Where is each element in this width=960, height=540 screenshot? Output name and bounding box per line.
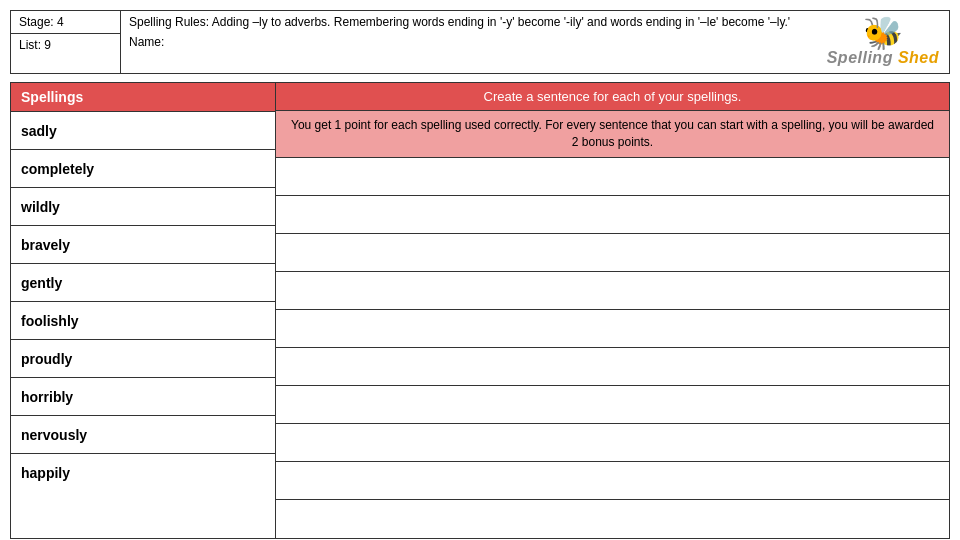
header-left: Stage: 4 List: 9 — [11, 11, 121, 73]
logo-bee-icon: 🐝 — [863, 17, 903, 49]
spelling-word-3: wildly — [11, 188, 275, 226]
spelling-word-4: bravely — [11, 226, 275, 264]
sentence-row-7[interactable] — [276, 386, 949, 424]
sentence-row-4[interactable] — [276, 272, 949, 310]
name-label: Name: — [129, 35, 809, 49]
spellings-column: Spellings sadly completely wildly bravel… — [11, 83, 276, 538]
sentence-row-8[interactable] — [276, 424, 949, 462]
spelling-word-2: completely — [11, 150, 275, 188]
spelling-word-7: proudly — [11, 340, 275, 378]
sentence-row-10[interactable] — [276, 500, 949, 538]
logo-shed: Shed — [898, 49, 939, 66]
spelling-word-6: foolishly — [11, 302, 275, 340]
spelling-word-9: nervously — [11, 416, 275, 454]
sentence-row-1[interactable] — [276, 158, 949, 196]
rule-text: Spelling Rules: Adding –ly to adverbs. R… — [129, 15, 809, 29]
logo-text: Spelling Shed — [827, 49, 939, 67]
spelling-word-10: happily — [11, 454, 275, 492]
stage-label: Stage: 4 — [11, 11, 120, 34]
logo-spelling: Spelling — [827, 49, 893, 66]
sentence-row-6[interactable] — [276, 348, 949, 386]
header-section: Stage: 4 List: 9 Spelling Rules: Adding … — [10, 10, 950, 74]
spelling-word-5: gently — [11, 264, 275, 302]
list-label: List: 9 — [11, 34, 120, 56]
spelling-word-8: horribly — [11, 378, 275, 416]
header-middle: Spelling Rules: Adding –ly to adverbs. R… — [121, 11, 817, 73]
main-content: Spellings sadly completely wildly bravel… — [10, 82, 950, 539]
sentences-instruction: You get 1 point for each spelling used c… — [276, 111, 949, 158]
logo-area: 🐝 Spelling Shed — [827, 17, 939, 67]
page-wrapper: Stage: 4 List: 9 Spelling Rules: Adding … — [0, 0, 960, 540]
sentence-row-9[interactable] — [276, 462, 949, 500]
sentences-header: Create a sentence for each of your spell… — [276, 83, 949, 111]
header-right: 🐝 Spelling Shed — [817, 11, 949, 73]
sentence-row-3[interactable] — [276, 234, 949, 272]
sentences-column: Create a sentence for each of your spell… — [276, 83, 949, 538]
spellings-header: Spellings — [11, 83, 275, 112]
sentence-row-5[interactable] — [276, 310, 949, 348]
sentence-row-2[interactable] — [276, 196, 949, 234]
spelling-word-1: sadly — [11, 112, 275, 150]
